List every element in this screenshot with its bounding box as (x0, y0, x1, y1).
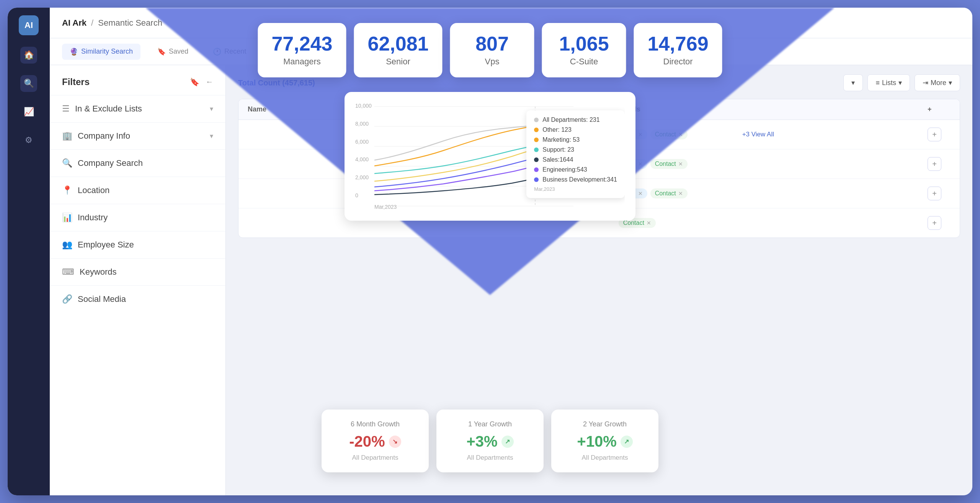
growth-card-2y: 2 Year Growth +10% ↗ All Departments (551, 410, 658, 472)
industry-icon: 📊 (62, 213, 72, 223)
breadcrumb-brand: AI Ark (62, 18, 87, 28)
growth-dept-1y: All Departments (450, 454, 530, 462)
chart-area: 10,000 8,000 6,000 4,000 2,000 0 (355, 103, 625, 210)
filter-item-keywords[interactable]: ⌨ Keywords (50, 258, 225, 285)
saved-tab[interactable]: 🔖 Saved (150, 44, 196, 60)
growth-value-6m: -20% ↘ (335, 433, 415, 450)
filter-item-employee-size[interactable]: 👥 Employee Size (50, 231, 225, 258)
clock-icon: 🕐 (213, 48, 221, 56)
stat-number-managers: 77,243 (271, 34, 332, 54)
sidebar-item-search[interactable]: 🔍 (20, 75, 37, 92)
filter-item-company-info[interactable]: 🏢 Company Info ▾ (50, 122, 225, 149)
cold-remove-3[interactable]: ✕ (638, 190, 643, 197)
sidebar-item-home[interactable]: 🏠 (20, 47, 37, 64)
stat-label-director: Director (648, 57, 709, 67)
more-icon: ⇥ (923, 79, 928, 87)
cold-remove-1[interactable]: ✕ (638, 131, 643, 138)
filter-item-industry[interactable]: 📊 Industry (50, 204, 225, 231)
chart-tooltip: All Departments: 231 Other: 123 Marketin… (526, 110, 625, 198)
location-icon: 📍 (62, 185, 72, 195)
col-header-labels: Labels (619, 105, 742, 113)
filter-header: Filters 🔖 ← (50, 73, 225, 95)
results-actions: ▾ ≡ Lists ▾ ⇥ More ▾ (843, 74, 960, 91)
tooltip-row-other: Other: 123 (534, 126, 617, 133)
view-all-link-1[interactable]: +3 View All (742, 131, 928, 138)
col-header-add: + (928, 105, 951, 113)
chevron-down-icon-2: ▾ (210, 132, 213, 140)
stat-label-csuite: C-Suite (556, 57, 612, 67)
chart-y-labels: 10,000 8,000 6,000 4,000 2,000 0 (355, 103, 372, 198)
filter-label-social-media: Social Media (78, 294, 126, 304)
breadcrumb-sep: / (91, 18, 93, 28)
tooltip-row-support: Support: 23 (534, 146, 617, 153)
stat-label-senior: Senior (368, 57, 428, 67)
more-chevron-icon: ▾ (949, 79, 952, 87)
tooltip-row-engineering: Engineering:543 (534, 166, 617, 173)
growth-value-2y: +10% ↗ (565, 433, 645, 450)
filter-item-social-media[interactable]: 🔗 Social Media (50, 285, 225, 313)
chart-x-label: Mar,2023 (374, 204, 397, 210)
back-icon[interactable]: ← (206, 77, 213, 87)
trend-up-icon-1y: ↗ (501, 436, 514, 448)
row-labels-4: Contact ✕ (619, 218, 742, 228)
stat-card-managers: 77,243 Managers (258, 23, 346, 77)
growth-title-6m: 6 Month Growth (335, 420, 415, 428)
add-btn-1[interactable]: + (928, 128, 941, 141)
growth-value-1y: +3% ↗ (450, 433, 530, 450)
chevron-down-icon: ▾ (210, 105, 213, 113)
contact-remove-4[interactable]: ✕ (647, 220, 651, 226)
row-labels-3: Cold ✕ Contact ✕ (619, 188, 742, 198)
lists-btn[interactable]: ≡ Lists ▾ (867, 74, 910, 91)
stat-label-managers: Managers (271, 57, 332, 67)
add-btn-3[interactable]: + (928, 187, 941, 200)
tooltip-row-all: All Departments: 231 (534, 116, 617, 123)
stat-number-senior: 62,081 (368, 34, 428, 54)
contact-badge-2: Contact ✕ (650, 159, 688, 169)
contact-remove-3[interactable]: ✕ (678, 190, 683, 197)
sidebar-item-settings[interactable]: ⚙ (20, 132, 37, 149)
total-count: Total Count (457,615) (238, 79, 315, 87)
search-icon: 🔮 (70, 48, 78, 56)
add-btn-4[interactable]: + (928, 216, 941, 230)
growth-card-1y: 1 Year Growth +3% ↗ All Departments (436, 410, 544, 472)
contact-remove-1[interactable]: ✕ (678, 131, 683, 138)
more-btn[interactable]: ⇥ More ▾ (915, 74, 960, 91)
company-info-icon: 🏢 (62, 131, 72, 141)
col-header-extra (742, 105, 928, 113)
app-logo[interactable]: AI (19, 15, 39, 35)
stat-card-director: 14,769 Director (634, 23, 722, 77)
sidebar-item-analytics[interactable]: 📈 (20, 103, 37, 120)
stat-card-vps: 807 Vps (450, 23, 534, 77)
row-labels-2: Cold ✕ Contact ✕ (619, 159, 742, 169)
filter-panel: Filters 🔖 ← ☰ In & Exclude Lists ▾ � (50, 65, 226, 495)
growth-cards-row: 6 Month Growth -20% ↘ All Departments 1 … (322, 410, 658, 472)
bookmark-icon[interactable]: 🔖 (190, 77, 199, 87)
dropdown-btn[interactable]: ▾ (843, 74, 863, 91)
cold-remove-2[interactable]: ✕ (638, 161, 643, 167)
growth-card-6m: 6 Month Growth -20% ↘ All Departments (322, 410, 429, 472)
stat-number-vps: 807 (464, 34, 521, 54)
tooltip-dot-marketing (534, 138, 539, 142)
filter-header-icons: 🔖 ← (190, 77, 213, 87)
row-labels-1: Cold ✕ Contact ✕ (619, 129, 742, 139)
sidebar: AI 🏠 🔍 📈 ⚙ (8, 8, 50, 495)
add-btn-2[interactable]: + (928, 157, 941, 171)
tooltip-dot-bizdev (534, 177, 539, 182)
save-icon: 🔖 (157, 48, 166, 56)
contact-remove-2[interactable]: ✕ (678, 161, 683, 167)
stat-card-senior: 62,081 Senior (354, 23, 442, 77)
recent-tab[interactable]: 🕐 Recent (205, 44, 254, 60)
growth-title-1y: 1 Year Growth (450, 420, 530, 428)
tooltip-row-marketing: Marketing: 53 (534, 136, 617, 143)
filter-label-in-exclude: In & Exclude Lists (75, 104, 142, 114)
filter-label-employee-size: Employee Size (78, 240, 134, 250)
filter-item-in-exclude-lists[interactable]: ☰ In & Exclude Lists ▾ (50, 95, 225, 122)
stat-card-csuite: 1,065 C-Suite (542, 23, 626, 77)
contact-badge-3: Contact ✕ (650, 188, 688, 198)
filter-item-location[interactable]: 📍 Location (50, 177, 225, 204)
in-exclude-icon: ☰ (62, 104, 70, 114)
growth-dept-2y: All Departments (565, 454, 645, 462)
similarity-search-tab[interactable]: 🔮 Similarity Search (62, 44, 140, 60)
tooltip-dot-other (534, 128, 539, 132)
filter-item-company-search[interactable]: 🔍 Company Search (50, 149, 225, 177)
